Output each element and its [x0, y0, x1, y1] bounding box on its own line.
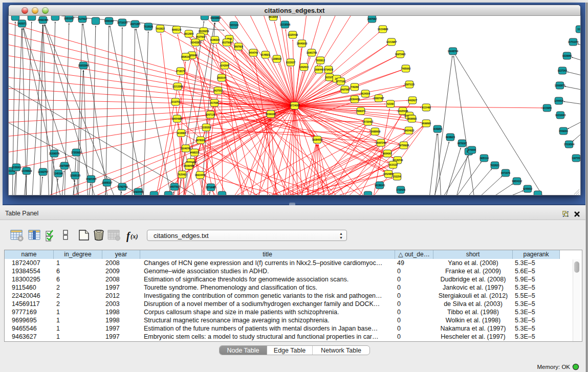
svg-text:16543382: 16543382 [190, 41, 201, 44]
svg-text:7485063: 7485063 [401, 68, 410, 70]
svg-text:1615132: 1615132 [388, 164, 398, 166]
svg-text:7515526: 7515526 [144, 26, 153, 28]
svg-text:1405571: 1405571 [17, 23, 27, 25]
svg-text:18640910: 18640910 [297, 42, 308, 45]
svg-text:9227343: 9227343 [558, 70, 567, 72]
svg-text:2718170: 2718170 [176, 70, 185, 73]
svg-text:9115460: 9115460 [422, 106, 431, 109]
svg-text:6879197: 6879197 [458, 142, 467, 145]
svg-text:7632621: 7632621 [490, 164, 499, 167]
svg-text:6497568: 6497568 [340, 89, 350, 91]
svg-text:20364436: 20364436 [350, 98, 360, 101]
svg-text:12923446: 12923446 [133, 191, 144, 193]
svg-text:13524851: 13524851 [383, 173, 394, 176]
svg-text:252254: 252254 [393, 176, 401, 178]
svg-text:19756928: 19756928 [399, 144, 409, 147]
svg-text:7357224: 7357224 [229, 24, 238, 27]
svg-text:20053346: 20053346 [78, 64, 89, 67]
svg-text:1733426: 1733426 [396, 189, 405, 191]
svg-text:6466160: 6466160 [104, 20, 114, 23]
svg-text:1167553: 1167553 [572, 157, 580, 160]
svg-text:10688609: 10688609 [370, 130, 381, 133]
svg-text:1640954: 1640954 [433, 128, 442, 130]
svg-text:8471676: 8471676 [501, 172, 510, 174]
svg-text:16154808: 16154808 [378, 28, 388, 31]
svg-text:19654923: 19654923 [404, 129, 415, 132]
svg-text:2087682: 2087682 [367, 18, 377, 20]
svg-text:17016504: 17016504 [564, 143, 575, 146]
svg-text:10961758: 10961758 [307, 52, 317, 54]
svg-text:16033809: 16033809 [210, 17, 221, 19]
svg-text:274444: 274444 [468, 149, 476, 151]
svg-text:1112: 1112 [577, 28, 580, 31]
svg-text:2803144: 2803144 [217, 77, 226, 79]
svg-text:9777169: 9777169 [336, 80, 345, 83]
svg-text:15751074: 15751074 [568, 41, 579, 43]
svg-text:16671355: 16671355 [130, 23, 141, 26]
svg-text:1145194: 1145194 [54, 172, 63, 175]
svg-text:(x): (x) [130, 233, 138, 240]
svg-text:10719155: 10719155 [117, 21, 128, 24]
svg-text:9896163: 9896163 [181, 56, 190, 58]
svg-text:9146821: 9146821 [261, 54, 270, 56]
svg-text:23300295: 23300295 [266, 113, 276, 116]
svg-text:10853257: 10853257 [64, 17, 75, 20]
svg-text:2867608: 2867608 [234, 46, 243, 48]
svg-text:9245652: 9245652 [523, 188, 532, 190]
svg-text:9329966: 9329966 [562, 55, 572, 57]
svg-text:12213369: 12213369 [172, 85, 183, 88]
svg-text:8878334: 8878334 [196, 139, 205, 142]
svg-text:17957255: 17957255 [86, 178, 97, 181]
svg-text:13716485: 13716485 [206, 186, 216, 189]
svg-text:12975115: 12975115 [404, 83, 415, 86]
svg-text:11325419: 11325419 [288, 34, 298, 36]
svg-text:1569291: 1569291 [559, 130, 568, 133]
svg-text:8454749: 8454749 [249, 52, 258, 54]
svg-text:10958107: 10958107 [102, 182, 113, 184]
svg-text:9699695: 9699695 [422, 122, 431, 125]
svg-text:1388520: 1388520 [272, 58, 281, 60]
svg-text:1335359: 1335359 [202, 126, 211, 129]
svg-text:9527500: 9527500 [196, 36, 205, 38]
svg-text:19654985: 19654985 [172, 118, 183, 120]
svg-text:10807487: 10807487 [374, 97, 384, 100]
svg-text:7886372: 7886372 [356, 110, 365, 113]
svg-text:19384554: 19384554 [312, 139, 323, 141]
svg-text:8938923: 8938923 [446, 136, 455, 139]
svg-text:1916682: 1916682 [177, 132, 186, 135]
svg-text:8960124: 8960124 [172, 29, 181, 31]
svg-text:1527602: 1527602 [78, 18, 87, 20]
svg-text:8613054: 8613054 [269, 16, 278, 18]
svg-text:817008: 817008 [210, 102, 219, 104]
svg-text:1990448: 1990448 [314, 69, 323, 71]
svg-text:9084067: 9084067 [383, 152, 392, 155]
svg-text:12156829: 12156829 [21, 170, 32, 172]
svg-text:8427552: 8427552 [213, 90, 223, 92]
svg-text:18907249: 18907249 [376, 142, 386, 144]
svg-text:9498222: 9498222 [190, 151, 199, 154]
svg-text:7955812: 7955812 [316, 59, 325, 62]
svg-text:1362615: 1362615 [299, 66, 309, 69]
svg-text:13218506: 13218506 [280, 24, 291, 26]
svg-text:746266: 746266 [351, 86, 359, 89]
svg-text:9463627: 9463627 [408, 99, 417, 102]
svg-text:10973493: 10973493 [395, 53, 406, 56]
svg-text:7663822: 7663822 [156, 28, 165, 30]
svg-text:23226058: 23226058 [199, 30, 209, 33]
svg-text:9699693: 9699693 [407, 118, 417, 120]
svg-text:12213967: 12213967 [386, 41, 397, 43]
svg-text:18724007: 18724007 [289, 104, 300, 107]
svg-text:14136141: 14136141 [375, 184, 385, 187]
svg-text:20206576: 20206576 [49, 152, 60, 155]
svg-text:1010755: 1010755 [171, 101, 180, 103]
svg-text:8186328: 8186328 [210, 39, 220, 41]
svg-text:8267130: 8267130 [206, 114, 215, 116]
svg-text:8322037: 8322037 [286, 61, 295, 64]
svg-text:9457791: 9457791 [170, 186, 179, 188]
svg-text:12093873: 12093873 [555, 84, 565, 87]
svg-text:6794028: 6794028 [324, 69, 333, 71]
svg-text:16648764: 16648764 [448, 50, 459, 53]
svg-text:16099489: 16099489 [184, 165, 194, 167]
svg-text:16210643: 16210643 [555, 114, 566, 117]
svg-text:9527508: 9527508 [222, 41, 231, 44]
